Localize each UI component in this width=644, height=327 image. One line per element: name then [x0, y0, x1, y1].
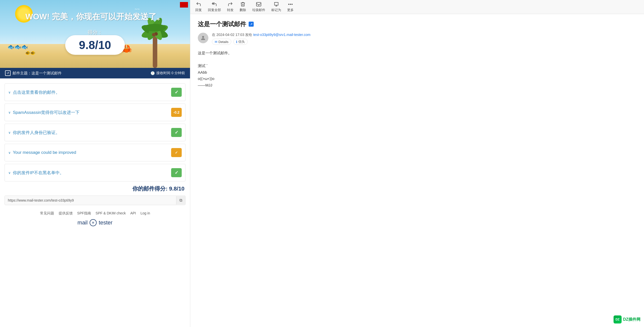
footer-links: 常见问题 提供反馈 SPF指南 SPF & DKIM check API Log… — [5, 211, 185, 216]
svg-point-13 — [202, 36, 204, 38]
svg-point-7 — [152, 33, 156, 36]
info-bar: ↺ 邮件主题：这是一个测试邮件 🕐 接收时间 0 分钟前 — [0, 68, 190, 78]
score-label: 得分： — [88, 29, 103, 36]
header-tag[interactable]: ℹ 信头 — [233, 39, 248, 45]
footer-link-login[interactable]: Log in — [140, 211, 150, 216]
check-item-1[interactable]: ∨ SpamAssassin觉得你可以改进一下 -0.2 — [5, 104, 185, 121]
chevron-icon-4: ∨ — [8, 171, 11, 175]
refresh-icon[interactable]: ↺ — [5, 70, 11, 76]
email-subject: 这是一个测试邮件 ↗ — [198, 20, 636, 28]
check-item-0[interactable]: ∨ 点击这里查看你的邮件。 ✓ — [5, 83, 185, 101]
spam-button[interactable]: 垃圾邮件 — [252, 2, 265, 12]
fish-decoration-1: 🐟🐟🐟 — [8, 44, 28, 50]
fish-decoration-2: 🐠🐠 — [25, 51, 35, 55]
delete-button[interactable]: 删除 — [240, 2, 246, 12]
sender-info: 在 2024-04-02 17:03 发给 test-o33pti9y9@srv… — [212, 33, 636, 45]
check-item-2-label: ∨ 你的发件人身份已验证。 — [8, 130, 60, 135]
svg-rect-0 — [153, 33, 157, 68]
watermark-text: DZ插件网 — [623, 317, 640, 322]
footer-link-faq[interactable]: 常见问题 — [40, 211, 54, 216]
info-bar-right: 🕐 接收时间 0 分钟前 — [150, 71, 185, 75]
chevron-icon-3: ∨ — [8, 151, 11, 155]
body-line-2: 测试`` — [198, 63, 636, 69]
svg-point-5 — [143, 24, 166, 31]
score-total: 你的邮件得分: 9.8/10 — [5, 185, 185, 193]
svg-point-10 — [288, 4, 289, 5]
body-line-3: AAbb — [198, 69, 636, 76]
main-content: ∨ 点击这里查看你的邮件。 ✓ ∨ SpamAssassin觉得你可以改进一下 … — [0, 78, 190, 327]
check-badge-2: ✓ — [171, 128, 182, 137]
envelope-icon: ✉ — [215, 40, 217, 44]
sender-tags: ✉ Details ℹ 信头 — [212, 39, 636, 45]
clock-icon: 🕐 — [150, 71, 155, 75]
check-item-3-label: ∨ Your message could be improved — [8, 150, 76, 155]
right-panel: 回复 回复全部 转发 删除 — [190, 0, 644, 327]
watermark-logo: DZ — [614, 315, 622, 323]
chevron-icon-1: ∨ — [8, 111, 11, 114]
logo-text-right: tester — [99, 219, 112, 226]
url-bar: ⧉ — [5, 196, 185, 205]
check-badge-3: ✓ — [171, 148, 182, 157]
left-panel: WOW! 完美，你现在可以开始发送了。 得分： 9.8/10 🐟🐟🐟 🐠🐠 🦀 — [0, 0, 190, 327]
email-toolbar: 回复 回复全部 转发 删除 — [190, 0, 644, 14]
hero-section: WOW! 完美，你现在可以开始发送了。 得分： 9.8/10 🐟🐟🐟 🐠🐠 🦀 — [0, 0, 190, 68]
svg-point-11 — [290, 4, 291, 5]
score-bubble: 9.8/10 — [65, 35, 125, 55]
footer-link-api[interactable]: API — [130, 211, 136, 216]
email-body: 这是一个测试邮件。 测试`` AAbb o((>ω<))o ——MJJ — [198, 50, 636, 88]
check-item-2[interactable]: ∨ 你的发件人身份已验证。 ✓ — [5, 124, 185, 141]
footer-logo: mail ✳ tester — [5, 219, 185, 226]
sender-email[interactable]: test-o33pti9y9@srv1.mail-tester.com — [253, 33, 310, 37]
details-tag[interactable]: ✉ Details — [212, 39, 231, 45]
footer-link-feedback[interactable]: 提供反馈 — [59, 211, 73, 216]
check-item-4[interactable]: ∨ 你的发件IP不在黑名单中。 ✓ — [5, 164, 185, 181]
copy-button[interactable]: ⧉ — [176, 196, 185, 205]
score-value: 9.8/10 — [79, 38, 111, 52]
footer-link-spf-dkim[interactable]: SPF & DKIM check — [96, 211, 126, 216]
sender-row: 在 2024-04-02 17:03 发给 test-o33pti9y9@srv… — [198, 33, 636, 45]
hero-title: WOW! 完美，你现在可以开始发送了。 — [25, 11, 165, 22]
mark-as-button[interactable]: 标记为 — [271, 2, 281, 12]
info-subject: 邮件主题：这是一个测试邮件 — [13, 71, 62, 76]
check-item-4-label: ∨ 你的发件IP不在黑名单中。 — [8, 170, 64, 176]
info-received: 接收时间 0 分钟前 — [156, 71, 185, 75]
svg-point-12 — [292, 4, 292, 5]
sender-meta: 在 2024-04-02 17:03 发给 test-o33pti9y9@srv… — [212, 33, 636, 37]
more-button[interactable]: 更多 — [287, 2, 294, 12]
chevron-icon-0: ∨ — [8, 90, 11, 94]
reply-all-button[interactable]: 回复全部 — [208, 2, 221, 12]
check-badge-4: ✓ — [171, 168, 182, 177]
logo-text-left: mail — [78, 219, 88, 226]
palm-tree-decoration — [135, 18, 175, 68]
avatar — [198, 33, 208, 43]
forward-button[interactable]: 转发 — [227, 2, 234, 12]
birds-decoration: 〜〜 — [135, 8, 140, 11]
external-link-icon[interactable]: ↗ — [249, 22, 254, 27]
check-item-0-label: ∨ 点击这里查看你的邮件。 — [8, 89, 60, 95]
chevron-icon-2: ∨ — [8, 131, 11, 134]
email-content: 这是一个测试邮件 ↗ 在 2024-04-02 17:03 发给 test-o3… — [190, 14, 644, 327]
info-icon: ℹ — [236, 40, 237, 44]
flag-icon — [180, 2, 188, 8]
check-item-3[interactable]: ∨ Your message could be improved ✓ — [5, 144, 185, 161]
body-line-0: 这是一个测试邮件。 — [198, 50, 636, 56]
watermark: DZ DZ插件网 — [614, 315, 640, 323]
body-line-4: o((>ω<))o — [198, 75, 636, 82]
body-line-5: ——MJJ — [198, 82, 636, 88]
check-item-1-label: ∨ SpamAssassin觉得你可以改进一下 — [8, 110, 80, 115]
check-badge-1: -0.2 — [171, 108, 182, 117]
check-badge-0: ✓ — [171, 88, 182, 97]
url-input[interactable] — [5, 196, 176, 205]
footer-link-spf[interactable]: SPF指南 — [77, 211, 91, 216]
reply-button[interactable]: 回复 — [195, 2, 202, 12]
logo-snowflake-icon: ✳ — [90, 219, 97, 226]
info-bar-left: ↺ 邮件主题：这是一个测试邮件 — [5, 70, 62, 76]
